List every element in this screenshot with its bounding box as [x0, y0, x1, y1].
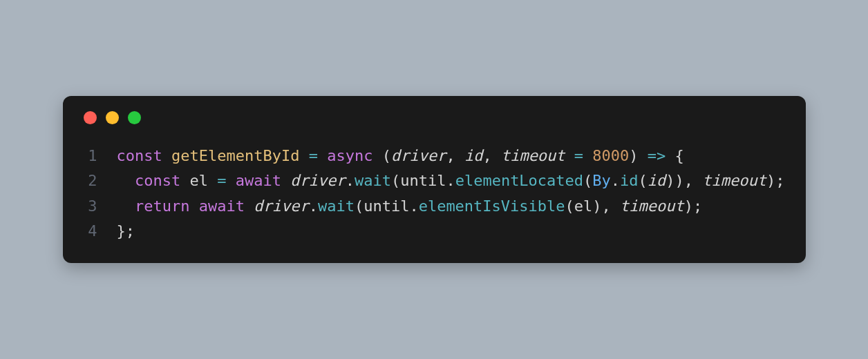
- code-line: 1const getElementById = async (driver, i…: [82, 144, 786, 168]
- code-content: const getElementById = async (driver, id…: [117, 144, 786, 168]
- close-icon[interactable]: [84, 111, 97, 124]
- line-number: 2: [82, 168, 97, 193]
- code-content: return await driver.wait(until.elementIs…: [117, 194, 786, 219]
- code-line: 2 const el = await driver.wait(until.ele…: [82, 168, 786, 193]
- maximize-icon[interactable]: [128, 111, 141, 124]
- code-line: 4};: [82, 219, 786, 244]
- code-block: 1const getElementById = async (driver, i…: [82, 144, 786, 244]
- code-line: 3 return await driver.wait(until.element…: [82, 194, 786, 219]
- line-number: 4: [82, 219, 97, 244]
- line-number: 3: [82, 194, 97, 219]
- code-content: };: [117, 219, 786, 244]
- line-number: 1: [82, 144, 97, 168]
- window-controls: [82, 111, 786, 124]
- code-content: const el = await driver.wait(until.eleme…: [117, 168, 786, 193]
- minimize-icon[interactable]: [106, 111, 119, 124]
- code-window: 1const getElementById = async (driver, i…: [63, 96, 806, 263]
